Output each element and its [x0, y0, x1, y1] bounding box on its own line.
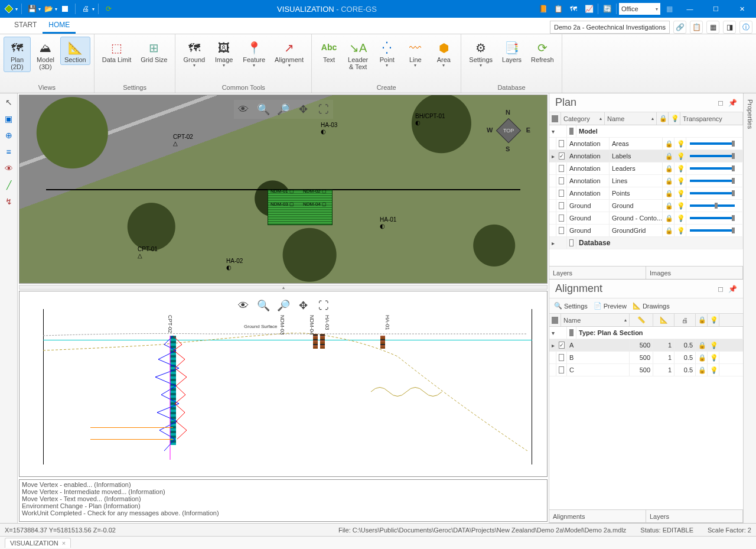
open-icon[interactable]: 📂: [42, 2, 55, 15]
zoom-window-icon[interactable]: 🔍: [255, 101, 272, 118]
minimize-button[interactable]: —: [678, 0, 702, 18]
horizontal-splitter[interactable]: ▴: [19, 285, 548, 290]
align-row[interactable]: C 500 1 0.5 🔒 💡: [549, 364, 743, 376]
feature-button[interactable]: 📍Feature▾: [239, 37, 269, 70]
select-rect-icon[interactable]: ▣: [2, 112, 15, 125]
align-tab-alignments[interactable]: Alignments: [549, 510, 646, 522]
grid-size-button[interactable]: ⊞Grid Size: [136, 37, 171, 65]
plan-row[interactable]: Annotation Areas 🔒 💡: [549, 138, 743, 150]
area-button[interactable]: ⬢Area▾: [430, 37, 457, 70]
measure-line-icon[interactable]: ╱: [2, 178, 15, 191]
refresh-icon[interactable]: ⟳: [102, 2, 115, 15]
db-settings-button[interactable]: ⚙Settings▾: [465, 37, 497, 70]
map-label-cpt01: CPT-01△: [138, 246, 158, 259]
plan-row[interactable]: Annotation Leaders 🔒 💡: [549, 163, 743, 175]
align-preview-button[interactable]: 📄 Preview: [594, 302, 627, 310]
maximize-button[interactable]: ☐: [704, 0, 728, 18]
align-row[interactable]: B 500 1 0.5 🔒 💡: [549, 352, 743, 364]
panel-icon[interactable]: ◨: [723, 21, 736, 34]
leader-text-button[interactable]: ↘ALeader & Text: [344, 37, 372, 72]
plan-tree-header: Category ▴ Name ▴ 🔒 💡 Transparency: [549, 112, 743, 125]
db-layers-button[interactable]: 📑Layers: [498, 37, 526, 65]
book-icon[interactable]: 📙: [536, 2, 549, 15]
zoom-window-icon[interactable]: 🔍: [255, 297, 272, 314]
cursor-icon[interactable]: ↖: [2, 96, 15, 109]
app-icon[interactable]: [2, 2, 15, 15]
pan-icon[interactable]: ✥: [295, 101, 312, 118]
stop-icon[interactable]: [58, 2, 71, 15]
restore-icon[interactable]: ◻: [718, 285, 724, 293]
pin-icon[interactable]: 📌: [728, 99, 737, 107]
plan-row[interactable]: Ground GroundGrid 🔒 💡: [549, 225, 743, 237]
help-icon[interactable]: ⓘ: [739, 21, 752, 34]
align-tree-header: Name▴ 📏 📐 🖨 🔒 💡: [549, 314, 743, 327]
office-select[interactable]: Office▾: [619, 3, 660, 15]
plan-row[interactable]: Ground Ground 🔒 💡: [549, 200, 743, 212]
plan-tab-images[interactable]: Images: [646, 267, 743, 279]
window-icon[interactable]: ▦: [706, 21, 719, 34]
image-button[interactable]: 🖼Image▾: [210, 37, 237, 70]
measure-path-icon[interactable]: ↯: [2, 195, 15, 208]
extents-icon[interactable]: ⛶: [315, 101, 332, 118]
plan-row[interactable]: ▸ ✓ Annotation Labels 🔒 💡: [549, 150, 743, 163]
properties-dock-tab[interactable]: Properties: [743, 93, 756, 523]
db-refresh-button[interactable]: ⟳Refresh: [527, 37, 558, 65]
data-limit-button[interactable]: ⬚Data Limit: [98, 37, 136, 65]
close-button[interactable]: ✕: [730, 0, 754, 18]
align-drawings-button[interactable]: 📐 Drawings: [633, 302, 670, 310]
sync-icon[interactable]: 🔄: [601, 2, 614, 15]
print-icon[interactable]: 🖨: [79, 2, 92, 15]
extents-icon[interactable]: ⛶: [315, 297, 332, 314]
chart-icon[interactable]: 📈: [582, 2, 595, 15]
clipboard-icon[interactable]: 📋: [552, 2, 565, 15]
align-tree[interactable]: ▾Type: Plan & Section ▸ ✓ A 500 1 0.5 🔒 …: [549, 327, 743, 376]
point-button[interactable]: ⁛Point▾: [373, 37, 400, 70]
paste-icon[interactable]: 📋: [690, 21, 703, 34]
plan-tab-layers[interactable]: Layers: [549, 267, 646, 279]
map-label-ndm01: NDM-01 ▢: [271, 189, 294, 194]
tab-start[interactable]: START: [8, 18, 43, 34]
text-button[interactable]: AbcText: [315, 37, 343, 65]
map-icon[interactable]: 🗺: [567, 2, 580, 15]
section-view-toolbar: 👁 🔍 🔎 ✥ ⛶: [234, 296, 333, 315]
section-viewport[interactable]: 👁 🔍 🔎 ✥ ⛶: [19, 291, 548, 477]
align-tab-layers[interactable]: Layers: [646, 510, 743, 522]
save-icon[interactable]: 💾: [25, 2, 38, 15]
link-icon[interactable]: 🔗: [673, 21, 686, 34]
eye-off-icon[interactable]: 👁: [2, 162, 15, 175]
doc-tab-visualization[interactable]: VISUALIZATION×: [5, 538, 71, 548]
select-layer-icon[interactable]: ≡: [2, 145, 15, 158]
section-button[interactable]: 📐Section: [60, 37, 90, 65]
compass[interactable]: TOP N E S W: [488, 110, 529, 151]
zoom-icon[interactable]: 🔎: [275, 101, 292, 118]
zoom-icon[interactable]: 🔎: [275, 297, 292, 314]
status-coords: X=1573884.37 Y=5181513.56 Z=-0.02: [5, 527, 116, 534]
map-label-ha03: HA-03◐: [321, 122, 337, 135]
pan-icon[interactable]: ✥: [295, 297, 312, 314]
plan-2d-button[interactable]: 🗺Plan (2D): [4, 37, 31, 72]
eye-icon[interactable]: 👁: [235, 297, 252, 314]
plan-panel-header: Plan ◻📌: [549, 93, 743, 112]
pin-icon[interactable]: 📌: [728, 285, 737, 293]
close-tab-icon[interactable]: ×: [62, 540, 66, 547]
document-select[interactable]: Demo 2a - Geotechnical Investigations: [550, 21, 670, 34]
ground-button[interactable]: 🗺Ground▾: [179, 37, 209, 70]
line-button[interactable]: 〰Line▾: [402, 37, 429, 70]
log-panel[interactable]: Move Vertex - enabled... (Information) M…: [19, 479, 548, 522]
plan-row[interactable]: Annotation Lines 🔒 💡: [549, 175, 743, 187]
model-3d-button[interactable]: ⛰Model (3D): [32, 37, 59, 72]
align-row[interactable]: ▸ ✓ A 500 1 0.5 🔒 💡: [549, 339, 743, 352]
eye-icon[interactable]: 👁: [235, 101, 252, 118]
alignment-button[interactable]: ↗Alignment▾: [271, 37, 308, 70]
title-right-controls: 📙 📋 🗺 📈 🔄 Office▾ ▦ — ☐ ✕: [536, 0, 756, 18]
tab-home[interactable]: HOME: [43, 18, 76, 34]
select-add-icon[interactable]: ⊕: [2, 129, 15, 142]
plan-row[interactable]: Ground Ground - Conto... 🔒 💡: [549, 212, 743, 225]
grid-icon[interactable]: ▦: [663, 2, 676, 15]
plan-tree[interactable]: ▾Model Annotation Areas 🔒 💡 ▸ ✓ Annotati…: [549, 125, 743, 237]
align-settings-button[interactable]: 🔍 Settings: [554, 302, 588, 310]
group-views-label: Views: [0, 84, 94, 93]
plan-row[interactable]: Annotation Points 🔒 💡: [549, 187, 743, 200]
plan-viewport[interactable]: CPT-02△ CPT-01△ HA-03◐ HA-01◐ HA-02◐ BH/…: [19, 95, 548, 284]
restore-icon[interactable]: ◻: [718, 99, 724, 107]
